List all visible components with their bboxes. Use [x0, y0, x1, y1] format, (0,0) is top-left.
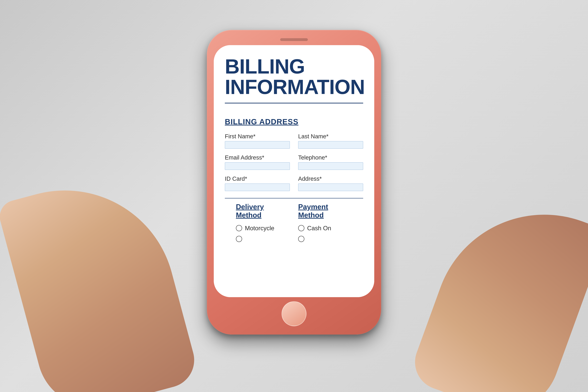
email-label: Email Address*	[225, 154, 290, 161]
id-card-input[interactable]	[225, 184, 290, 191]
delivery-option-motorcycle: Motorcycle	[236, 225, 290, 232]
last-name-label: Last Name*	[298, 133, 363, 140]
address-input[interactable]	[298, 184, 363, 191]
form-field-id-card: ID Card*	[225, 176, 290, 191]
billing-address-heading: BILLING ADDRESS	[225, 117, 363, 126]
delivery-heading: Delivery Method	[236, 202, 290, 219]
motorcycle-label: Motorcycle	[245, 225, 274, 232]
telephone-input[interactable]	[298, 162, 363, 170]
motorcycle-radio[interactable]	[236, 225, 242, 231]
phone-home-button[interactable]	[282, 301, 306, 326]
title-divider	[225, 103, 363, 104]
title-line2: INFORMATION	[225, 77, 363, 97]
form-field-address: Address*	[298, 176, 363, 191]
payment-section: Payment Method Cash On	[298, 202, 352, 246]
delivery-section: Delivery Method Motorcycle	[236, 202, 290, 246]
email-input[interactable]	[225, 162, 290, 170]
last-name-input[interactable]	[298, 141, 363, 149]
form-field-email: Email Address*	[225, 154, 290, 170]
form-divider	[225, 198, 363, 198]
payment-option-cash: Cash On	[298, 225, 352, 232]
phone: BILLING INFORMATION BILLING ADDRESS Firs…	[207, 30, 381, 334]
phone-speaker	[280, 38, 308, 41]
first-name-label: First Name*	[225, 133, 290, 140]
first-name-input[interactable]	[225, 141, 290, 149]
form-field-first-name: First Name*	[225, 133, 290, 149]
cash-radio[interactable]	[298, 225, 304, 231]
payment-radio-2[interactable]	[298, 236, 304, 242]
bottom-section: Delivery Method Motorcycle Payment Metho…	[225, 202, 363, 254]
delivery-radio-2[interactable]	[236, 236, 242, 242]
billing-title: BILLING INFORMATION	[225, 56, 363, 97]
form-field-last-name: Last Name*	[298, 133, 363, 149]
form-field-telephone: Telephone*	[298, 154, 363, 170]
cash-on-label: Cash On	[307, 225, 331, 232]
title-line1: BILLING	[225, 56, 363, 77]
delivery-option-2	[236, 236, 290, 242]
form-section: BILLING ADDRESS First Name* Last Name* E	[214, 109, 374, 297]
payment-heading: Payment Method	[298, 202, 352, 219]
id-card-label: ID Card*	[225, 176, 290, 182]
screen-content: BILLING INFORMATION BILLING ADDRESS Firs…	[214, 45, 374, 297]
payment-option-2	[298, 236, 352, 242]
form-grid: First Name* Last Name* Email Address*	[225, 133, 363, 191]
title-section: BILLING INFORMATION	[214, 45, 374, 109]
telephone-label: Telephone*	[298, 154, 363, 161]
phone-screen: BILLING INFORMATION BILLING ADDRESS Firs…	[214, 45, 374, 297]
address-label: Address*	[298, 176, 363, 182]
